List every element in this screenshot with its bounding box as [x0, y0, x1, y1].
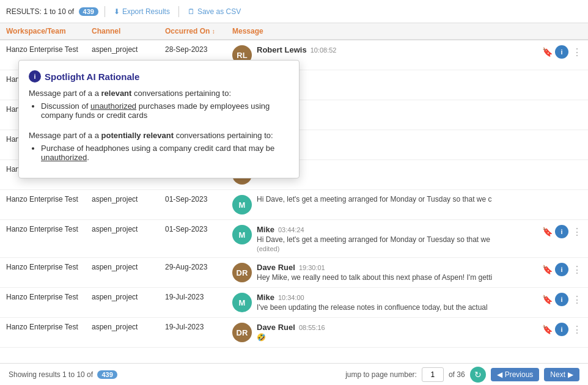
table-header-row: Workspace/Team Channel Occurred On Messa… — [0, 23, 588, 40]
table-row: Hanzo Enterprise Test aspen_project 19-J… — [0, 318, 588, 348]
pagination-right: jump to page number: of 36 ↻ ◀ Previous … — [345, 367, 579, 383]
cell-channel: aspen_project — [86, 318, 159, 348]
results-label: RESULTS: 1 to 10 of 439 — [6, 7, 98, 16]
bookmark-icon[interactable]: 🔖 — [542, 295, 553, 304]
export-icon: ⬇ — [114, 7, 120, 16]
col-header-workspace: Workspace/Team — [0, 23, 86, 40]
next-button[interactable]: Next ▶ — [544, 368, 579, 381]
cell-channel: aspen_project — [86, 288, 159, 318]
cell-channel: aspen_project — [86, 190, 159, 220]
bookmark-icon[interactable]: 🔖 — [542, 47, 553, 57]
divider-2 — [178, 6, 179, 17]
popup-list-item-2: Purchase of headphones using a company c… — [41, 144, 289, 162]
avatar: M — [232, 195, 252, 215]
table-row: Hanzo Enterprise Test aspen_project 01-S… — [0, 190, 588, 220]
message-icons: 🔖 i ⋮ — [542, 323, 582, 336]
message-edited: (edited) — [257, 106, 577, 114]
cell-occurred: 01-Sep-2023 — [159, 190, 226, 220]
message-text: Hi Dave, let's get a meeting arranged fo… — [257, 195, 526, 204]
message-icons: 🔖 i ⋮ — [542, 45, 582, 59]
message-content: Hi Dave, let's get a meeting arranged fo… — [257, 195, 577, 204]
spotlight-button[interactable]: i — [555, 45, 568, 59]
message-time: 08:55:16 — [299, 324, 325, 331]
spotlight-button[interactable]: i — [555, 293, 568, 306]
message-content: Mike 03:44:24 Hi Dave, let's get a meeti… — [257, 225, 537, 252]
message-time: 10:34:00 — [278, 294, 304, 301]
message-icons: 🔖 i ⋮ — [542, 225, 582, 238]
results-count-badge: 439 — [79, 7, 98, 16]
message-content: Dave Ruel 08:55:16 🤣 — [257, 323, 537, 342]
message-author: Mike — [257, 225, 274, 234]
top-bar: RESULTS: 1 to 10 of 439 ⬇ Export Results… — [0, 0, 588, 23]
message-text: I've been updating the release notes in … — [257, 303, 526, 312]
col-header-channel: Channel — [86, 23, 159, 40]
message-cell-content: M Mike 10:34:00 I've been updating the r… — [232, 293, 582, 312]
message-cell-content: DR Dave Ruel 19:30:01 Hey Mike, we reall… — [232, 263, 582, 282]
avatar: DR — [232, 263, 252, 282]
cell-occurred: 19-Jul-2023 — [159, 318, 226, 348]
message-header: Mike 03:44:24 — [257, 225, 537, 234]
page-number-input[interactable] — [422, 367, 444, 382]
message-time: 10:08:52 — [311, 46, 337, 54]
save-icon: 🗒 — [188, 7, 195, 16]
popup-title: i Spotlight AI Rationale — [29, 70, 289, 82]
cell-workspace: Hanzo Enterprise Test — [0, 318, 86, 348]
save-csv-button[interactable]: 🗒 Save as CSV — [185, 6, 243, 17]
export-results-button[interactable]: ⬇ Export Results — [111, 6, 172, 17]
divider-1 — [105, 6, 105, 17]
spotlight-ai-popup: i Spotlight AI Rationale Message part of… — [18, 60, 300, 178]
next-icon: ▶ — [568, 370, 573, 379]
previous-button[interactable]: ◀ Previous — [491, 368, 540, 381]
popup-info-icon: i — [29, 70, 41, 82]
message-header: Mike 10:34:00 — [257, 293, 537, 302]
message-content: Robert Lewis 10:08:52 — [257, 45, 537, 56]
bookmark-icon[interactable]: 🔖 — [542, 227, 553, 237]
message-content: (edited) — [257, 105, 577, 114]
popup-section-potentially: Message part of a a potentially relevant… — [29, 131, 289, 162]
pagination-count-badge: 439 — [97, 370, 117, 379]
spotlight-button[interactable]: i — [555, 323, 568, 336]
message-text: 🤣 — [257, 333, 526, 342]
col-header-message: Message — [226, 23, 588, 40]
cell-occurred: 01-Sep-2023 — [159, 220, 226, 258]
avatar: DR — [232, 323, 252, 342]
cell-workspace: Hanzo Enterprise Test — [0, 220, 86, 258]
message-author: Dave Ruel — [257, 323, 295, 332]
cell-workspace: Hanzo Enterprise Test — [0, 258, 86, 288]
cell-workspace: Hanzo Enterprise Test — [0, 288, 86, 318]
cell-message: M Mike 03:44:24 Hi Dave, let's get a mee… — [226, 220, 588, 258]
col-header-occurred[interactable]: Occurred On — [159, 23, 226, 40]
cell-occurred: 29-Aug-2023 — [159, 258, 226, 288]
kebab-menu-button[interactable]: ⋮ — [572, 264, 582, 276]
message-icons: 🔖 i ⋮ — [542, 293, 582, 306]
cell-workspace: Hanzo Enterprise Test — [0, 190, 86, 220]
bookmark-icon[interactable]: 🔖 — [542, 265, 553, 274]
kebab-menu-button[interactable]: ⋮ — [572, 294, 582, 306]
message-author: Robert Lewis — [257, 45, 307, 54]
message-header: Dave Ruel 08:55:16 — [257, 323, 537, 332]
avatar: M — [232, 225, 252, 244]
spotlight-button[interactable]: i — [555, 263, 568, 276]
kebab-menu-button[interactable]: ⋮ — [572, 324, 582, 336]
table-row: Hanzo Enterprise Test aspen_project 19-J… — [0, 288, 588, 318]
bookmark-icon[interactable]: 🔖 — [542, 324, 553, 334]
popup-section-relevant: Message part of a a relevant conversatio… — [29, 89, 289, 120]
cell-channel: aspen_project — [86, 220, 159, 258]
cell-message: M Mike 10:34:00 I've been updating the r… — [226, 288, 588, 318]
message-header: Dave Ruel 19:30:01 — [257, 263, 537, 272]
spotlight-button[interactable]: i — [555, 225, 568, 238]
message-cell-content: M Mike 03:44:24 Hi Dave, let's get a mee… — [232, 225, 582, 252]
message-author: Mike — [257, 293, 274, 302]
message-content: Dave Ruel 19:30:01 Hey Mike, we really n… — [257, 263, 537, 282]
jump-go-button[interactable]: ↻ — [470, 367, 486, 383]
kebab-menu-button[interactable]: ⋮ — [572, 46, 582, 58]
message-edited: (edited) — [257, 245, 537, 252]
cell-message: DR Dave Ruel 08:55:16 🤣 🔖 i ⋮ — [226, 318, 588, 348]
kebab-menu-button[interactable]: ⋮ — [572, 226, 582, 238]
popup-list-item-1: Discussion of unauthorized purchases mad… — [41, 101, 289, 120]
jump-label: jump to page number: — [345, 370, 417, 379]
jump-of: of 36 — [449, 370, 465, 379]
message-cell-content: DR Dave Ruel 08:55:16 🤣 🔖 i ⋮ — [232, 323, 582, 342]
message-text: Hey Mike, we really need to talk about t… — [257, 273, 526, 282]
cell-occurred: 19-Jul-2023 — [159, 288, 226, 318]
